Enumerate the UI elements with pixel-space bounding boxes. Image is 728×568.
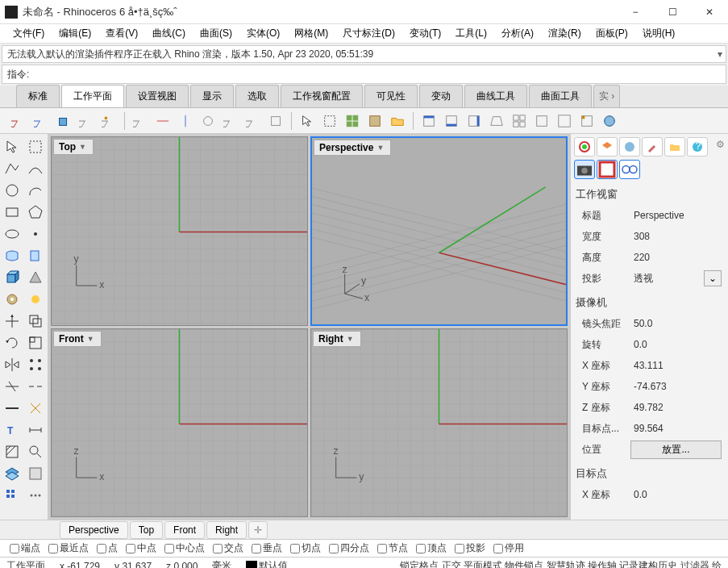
- array-icon[interactable]: [25, 355, 46, 374]
- history-dropdown-icon[interactable]: ▾: [718, 48, 722, 60]
- osnap-project[interactable]: 投影: [455, 541, 485, 555]
- cplane-surface-icon[interactable]: [100, 112, 118, 130]
- dropdown-icon[interactable]: ▼: [376, 144, 384, 152]
- cplane-3pt-icon[interactable]: [32, 112, 50, 130]
- move-icon[interactable]: [2, 311, 23, 331]
- osnap-tan[interactable]: 切点: [290, 541, 321, 555]
- viewport-perspective[interactable]: xyz Perspective▼: [310, 136, 568, 326]
- osnap-mid[interactable]: 中点: [126, 541, 156, 555]
- menu-edit[interactable]: 编辑(E): [54, 25, 96, 42]
- cplane-front-icon[interactable]: [267, 112, 285, 130]
- pointer-icon[interactable]: [298, 112, 316, 130]
- more-icon[interactable]: [25, 486, 46, 505]
- dim-icon[interactable]: [25, 420, 46, 440]
- tab-viewport[interactable]: 工作视窗配置: [281, 85, 363, 107]
- scale-icon[interactable]: [25, 333, 46, 353]
- vtab-top[interactable]: Top: [130, 521, 163, 539]
- status-unit[interactable]: 毫米: [209, 559, 235, 568]
- menu-render[interactable]: 渲染(R): [543, 25, 586, 42]
- split-icon[interactable]: [25, 377, 46, 396]
- panel-folder-icon[interactable]: [664, 137, 685, 157]
- view-named-icon[interactable]: [533, 112, 551, 130]
- osnap-disable[interactable]: 停用: [493, 541, 524, 555]
- osnap-perp[interactable]: 垂点: [252, 541, 282, 555]
- vtab-right[interactable]: Right: [206, 521, 247, 539]
- status-toggles[interactable]: 锁定格点 正交 平面模式 物件锁点 智慧轨迹 操作轴 记录建构历史 过滤器 给: [397, 559, 725, 568]
- tab-setview[interactable]: 设置视图: [126, 85, 189, 107]
- rotate-icon[interactable]: [2, 333, 23, 353]
- lasso-tool-icon[interactable]: [25, 137, 46, 157]
- status-plane[interactable]: 工作平面: [3, 559, 48, 568]
- vtab-add[interactable]: ✛: [248, 521, 268, 539]
- prop-target-dist[interactable]: 99.564: [630, 423, 725, 434]
- panel-render-icon[interactable]: [574, 137, 595, 157]
- cplane-obj-icon[interactable]: [77, 112, 95, 130]
- view-new-icon[interactable]: [578, 112, 596, 130]
- curve-icon[interactable]: [25, 159, 46, 178]
- trim-icon[interactable]: [2, 377, 23, 396]
- dropdown-icon[interactable]: ▼: [79, 143, 86, 151]
- minimize-button[interactable]: −: [617, 0, 654, 24]
- save-icon[interactable]: [366, 112, 384, 130]
- menu-transform[interactable]: 变动(T): [405, 25, 446, 42]
- tab-more[interactable]: 实 ›: [593, 85, 620, 107]
- menu-view[interactable]: 查看(V): [101, 25, 143, 42]
- osnap-end[interactable]: 端点: [10, 541, 40, 555]
- maximize-button[interactable]: ☐: [654, 0, 691, 24]
- menu-dimension[interactable]: 尺寸标注(D): [338, 25, 400, 42]
- prop-height[interactable]: 220: [630, 252, 725, 263]
- tab-visibility[interactable]: 可见性: [364, 85, 418, 107]
- cplane-elev-icon[interactable]: [222, 112, 239, 130]
- dropdown-icon[interactable]: ▼: [87, 335, 94, 343]
- osnap-int[interactable]: 交点: [213, 541, 243, 555]
- tab-cplane[interactable]: 工作平面: [61, 85, 124, 107]
- osnap-near[interactable]: 最近点: [48, 541, 89, 555]
- tab-select[interactable]: 选取: [235, 85, 279, 107]
- copy-icon[interactable]: [25, 311, 46, 331]
- cplane-world-icon[interactable]: [10, 112, 27, 130]
- vtab-perspective[interactable]: Perspective: [60, 521, 128, 539]
- panel-layers-icon[interactable]: [597, 137, 618, 157]
- menu-tools[interactable]: 工具(L): [451, 25, 492, 42]
- sun-icon[interactable]: [25, 290, 46, 309]
- prop-z[interactable]: 49.782: [630, 402, 725, 413]
- render-icon[interactable]: [601, 112, 618, 130]
- osnap-center[interactable]: 中心点: [164, 541, 205, 555]
- arc-icon[interactable]: [25, 181, 46, 200]
- subtab-link-icon[interactable]: [619, 160, 640, 179]
- grid-icon[interactable]: [2, 486, 23, 505]
- surface-icon[interactable]: [2, 246, 23, 265]
- cplane-x-icon[interactable]: [154, 112, 172, 130]
- text-icon[interactable]: T: [2, 420, 23, 440]
- viewport-front[interactable]: xz Front▼: [51, 328, 308, 518]
- subtab-camera-icon[interactable]: [574, 160, 595, 179]
- tab-curvetools[interactable]: 曲线工具: [464, 85, 527, 107]
- tab-transform[interactable]: 变动: [419, 85, 463, 107]
- osnap-point[interactable]: 点: [97, 541, 118, 555]
- command-input[interactable]: [34, 69, 721, 80]
- place-button[interactable]: 放置...: [630, 441, 722, 459]
- cplane-rotate-icon[interactable]: [199, 112, 217, 130]
- menu-analyze[interactable]: 分析(A): [497, 25, 539, 42]
- subtab-display-icon[interactable]: [597, 160, 618, 179]
- menu-mesh[interactable]: 网格(M): [289, 25, 333, 42]
- osnap-quad[interactable]: 四分点: [329, 541, 369, 555]
- dropdown-icon[interactable]: ▼: [347, 335, 354, 343]
- extrude-icon[interactable]: [25, 246, 46, 265]
- menu-curve[interactable]: 曲线(C): [148, 25, 190, 42]
- panel-brush-icon[interactable]: [642, 137, 663, 157]
- cplane-z-icon[interactable]: [177, 112, 194, 130]
- view-right-icon[interactable]: [465, 112, 483, 130]
- prop-y[interactable]: -74.673: [630, 381, 725, 392]
- cplane-box-icon[interactable]: [55, 112, 73, 130]
- menu-file[interactable]: 文件(F): [8, 25, 49, 42]
- box-icon[interactable]: [2, 268, 23, 287]
- hatch-icon[interactable]: [2, 442, 23, 461]
- menu-surface[interactable]: 曲面(S): [195, 25, 237, 42]
- toggle-grid-icon[interactable]: [343, 112, 361, 130]
- prop-target-x[interactable]: 0.0: [630, 489, 725, 500]
- props-icon[interactable]: [25, 464, 46, 483]
- analyze-icon[interactable]: [25, 442, 46, 461]
- polyline-icon[interactable]: [2, 159, 23, 178]
- menu-panel[interactable]: 面板(P): [591, 25, 633, 42]
